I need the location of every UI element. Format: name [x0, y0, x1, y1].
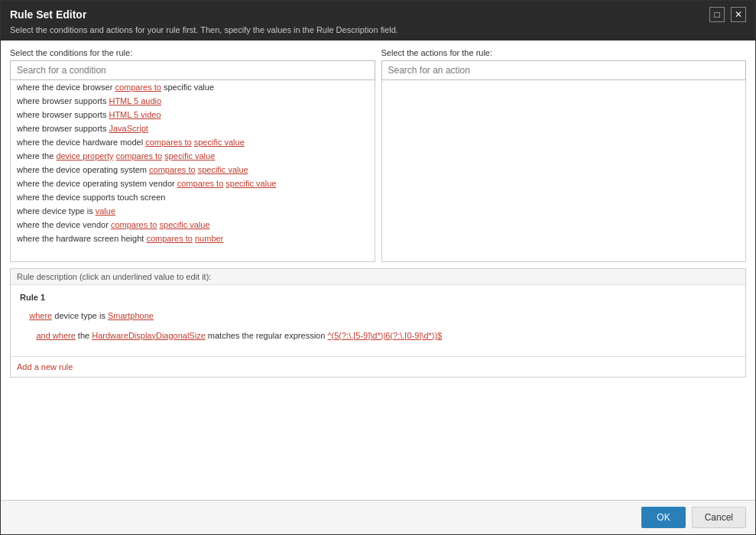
rule-description-section: Rule description (click an underlined va…: [10, 268, 746, 378]
rule-line-2: and where the HardwareDisplayDiagonalSiz…: [20, 329, 736, 343]
conditions-label: Select the conditions for the rule:: [10, 48, 375, 57]
condition-link[interactable]: value: [96, 206, 115, 216]
condition-link[interactable]: specific value: [164, 151, 215, 160]
add-new-rule-link[interactable]: Add a new rule: [17, 362, 73, 371]
regex-link[interactable]: ^(5(?:\.[5-9]\d*)|6(?:\.[0-9]\d*))$: [327, 331, 442, 340]
list-item[interactable]: where browser supports JavaScript: [11, 122, 375, 135]
list-item[interactable]: where the hardware screen height compare…: [11, 232, 375, 245]
list-item[interactable]: where the device operating system vendor…: [11, 177, 375, 190]
list-item[interactable]: where browser supports HTML 5 video: [11, 108, 375, 122]
hardware-display-link[interactable]: HardwareDisplayDiagonalSize: [92, 331, 206, 340]
list-item[interactable]: where browser supports HTML 5 audio: [11, 94, 375, 108]
rule-title: Rule 1: [20, 293, 736, 302]
rule-line-1: where device type is Smartphone: [20, 310, 736, 323]
rule-desc-header: Rule description (click an underlined va…: [11, 269, 745, 285]
maximize-button[interactable]: □: [709, 7, 725, 22]
cancel-button[interactable]: Cancel: [692, 507, 746, 528]
dialog-subtitle: Select the conditions and actions for yo…: [10, 25, 398, 34]
conditions-list: where the device browser compares to spe…: [10, 80, 375, 262]
close-button[interactable]: ✕: [731, 7, 746, 22]
list-item[interactable]: where the device operating system compar…: [11, 163, 375, 177]
condition-link[interactable]: compares to: [115, 83, 161, 92]
actions-search-input[interactable]: [381, 60, 747, 80]
title-bar-controls: □ ✕: [709, 7, 746, 22]
condition-link[interactable]: compares to: [177, 179, 224, 188]
list-item[interactable]: where the device property compares to sp…: [11, 149, 375, 163]
condition-link[interactable]: specific value: [198, 165, 248, 174]
condition-link[interactable]: number: [195, 234, 223, 243]
conditions-panel-wrapper: Select the conditions for the rule: wher…: [10, 48, 375, 262]
conditions-search-input[interactable]: [10, 60, 375, 80]
actions-label: Select the actions for the rule:: [381, 48, 747, 57]
ok-button[interactable]: OK: [641, 507, 685, 528]
list-item[interactable]: where the device supports touch screen: [11, 190, 375, 204]
rule-line-2-text2: matches the regular expression: [208, 331, 328, 340]
condition-link[interactable]: HTML 5 video: [109, 110, 161, 119]
where-link[interactable]: where: [29, 311, 52, 320]
condition-link[interactable]: compares to: [145, 138, 192, 147]
condition-link[interactable]: compares to: [149, 165, 196, 174]
condition-link[interactable]: JavaScript: [109, 124, 148, 133]
add-rule-section: Add a new rule: [11, 356, 745, 377]
rule-desc-body: Rule 1 where device type is Smartphone a…: [11, 285, 745, 356]
actions-list: [381, 80, 747, 262]
list-item[interactable]: where device type is value: [11, 204, 375, 218]
title-bar: Rule Set Editor □ ✕ Select the condition…: [1, 1, 755, 41]
top-panels: Select the conditions for the rule: wher…: [10, 48, 746, 262]
dialog-title: Rule Set Editor: [10, 8, 709, 21]
list-item[interactable]: where the device vendor compares to spec…: [11, 218, 375, 232]
main-content: Select the conditions for the rule: wher…: [1, 41, 755, 500]
list-item[interactable]: where the device hardware model compares…: [11, 135, 375, 149]
condition-link[interactable]: specific value: [194, 138, 245, 147]
condition-link[interactable]: device property: [56, 151, 113, 160]
smartphone-link[interactable]: Smartphone: [108, 311, 154, 320]
condition-link[interactable]: compares to: [111, 220, 157, 229]
condition-link[interactable]: compares to: [146, 234, 193, 243]
condition-link[interactable]: specific value: [160, 220, 210, 229]
actions-panel-wrapper: Select the actions for the rule:: [381, 48, 747, 262]
rule-line-1-text: device type is: [54, 311, 108, 320]
list-item[interactable]: where the device browser compares to spe…: [11, 80, 375, 94]
condition-link[interactable]: compares to: [116, 151, 163, 160]
condition-link[interactable]: HTML 5 audio: [109, 96, 161, 105]
bottom-bar: OK Cancel: [1, 500, 755, 534]
rule-set-editor-dialog: Rule Set Editor □ ✕ Select the condition…: [0, 0, 756, 535]
and-where-link[interactable]: and where: [36, 331, 75, 340]
rule-line-2-text: the: [78, 331, 92, 340]
condition-link[interactable]: specific value: [226, 179, 276, 188]
